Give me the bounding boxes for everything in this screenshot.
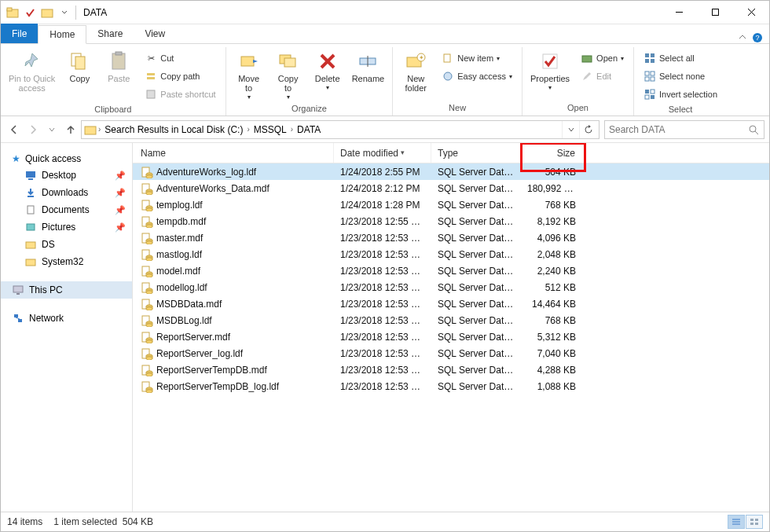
- column-header-name[interactable]: Name: [133, 143, 334, 163]
- file-row[interactable]: tempdb.mdf1/23/2018 12:55 PMSQL Server D…: [133, 213, 769, 229]
- file-row[interactable]: mastlog.ldf1/23/2018 12:53 PMSQL Server …: [133, 246, 769, 262]
- sidebar-desktop[interactable]: Desktop📌: [1, 167, 132, 184]
- sidebar-documents[interactable]: Documents📌: [1, 201, 132, 218]
- rename-button[interactable]: Rename: [349, 49, 388, 85]
- file-size: 5,312 KB: [521, 332, 585, 343]
- up-button[interactable]: [62, 121, 79, 138]
- tab-view[interactable]: View: [134, 24, 176, 43]
- file-row[interactable]: MSDBLog.ldf1/23/2018 12:53 PMSQL Server …: [133, 312, 769, 328]
- file-date: 1/24/2018 2:12 PM: [334, 183, 431, 194]
- breadcrumb-data[interactable]: DATA: [295, 124, 323, 135]
- column-header-size[interactable]: Size: [521, 143, 585, 163]
- file-type: SQL Server Databa...: [431, 299, 521, 310]
- paste-shortcut-button[interactable]: Paste shortcut: [143, 86, 217, 102]
- file-row[interactable]: MSDBData.mdf1/23/2018 12:53 PMSQL Server…: [133, 295, 769, 312]
- properties-button[interactable]: Properties▾: [527, 49, 573, 94]
- easy-access-button[interactable]: Easy access ▾: [440, 68, 514, 84]
- edit-button[interactable]: Edit: [579, 68, 625, 84]
- svg-rect-53: [16, 293, 20, 295]
- large-icons-view-button[interactable]: [746, 515, 763, 529]
- network-icon: [12, 312, 24, 325]
- file-date: 1/23/2018 12:53 PM: [334, 315, 431, 326]
- copy-to-button[interactable]: Copy to▾: [270, 49, 306, 103]
- forward-button[interactable]: [24, 121, 42, 138]
- column-header-type[interactable]: Type: [431, 143, 521, 163]
- file-type: SQL Server Databa...: [431, 266, 521, 277]
- file-row[interactable]: ReportServer.mdf1/23/2018 12:53 PMSQL Se…: [133, 328, 769, 345]
- open-button[interactable]: Open ▾: [579, 50, 625, 66]
- file-row[interactable]: ReportServerTempDB.mdf1/23/2018 12:53 PM…: [133, 361, 769, 378]
- column-header-date[interactable]: Date modified▾: [334, 143, 431, 163]
- invert-selection-button[interactable]: Invert selection: [642, 86, 719, 102]
- maximize-button[interactable]: [697, 1, 733, 24]
- svg-rect-2: [42, 9, 53, 17]
- title-bar: DATA: [1, 1, 769, 24]
- file-type: SQL Server Databa...: [431, 332, 521, 343]
- edit-icon: [581, 70, 593, 83]
- new-item-button[interactable]: New item ▾: [440, 50, 514, 66]
- file-row[interactable]: modellog.ldf1/23/2018 12:53 PMSQL Server…: [133, 279, 769, 295]
- details-view-button[interactable]: [728, 515, 745, 529]
- rename-icon: [357, 50, 379, 72]
- paste-button[interactable]: Paste: [101, 49, 137, 85]
- quick-access-dropdown-icon[interactable]: [57, 5, 72, 20]
- file-date: 1/23/2018 12:53 PM: [334, 233, 431, 244]
- select-none-button[interactable]: Select none: [642, 68, 719, 84]
- breadcrumb-mssql[interactable]: MSSQL: [251, 124, 289, 135]
- copy-button[interactable]: Copy: [61, 49, 97, 85]
- ribbon-group-new: New: [398, 102, 517, 114]
- sidebar-this-pc[interactable]: This PC: [1, 281, 132, 299]
- search-input[interactable]: [609, 124, 747, 135]
- file-row[interactable]: templog.ldf1/24/2018 1:28 PMSQL Server D…: [133, 196, 769, 213]
- file-row[interactable]: ReportServer_log.ldf1/23/2018 12:53 PMSQ…: [133, 345, 769, 361]
- file-name: ReportServer_log.ldf: [156, 348, 243, 359]
- shortcut-icon: [145, 88, 157, 101]
- move-to-button[interactable]: Move to▾: [231, 49, 267, 103]
- sidebar-system32[interactable]: System32: [1, 253, 132, 270]
- sidebar-network[interactable]: Network: [1, 310, 132, 327]
- pictures-icon: [24, 221, 37, 233]
- file-date: 1/23/2018 12:53 PM: [334, 332, 431, 343]
- file-rows: AdventureWorks_log.ldf1/24/2018 2:55 PMS…: [133, 163, 769, 512]
- file-row[interactable]: AdventureWorks_Data.mdf1/24/2018 2:12 PM…: [133, 180, 769, 196]
- properties-quick-icon[interactable]: [22, 5, 38, 20]
- sidebar-ds[interactable]: DS: [1, 236, 132, 253]
- ribbon-expand-icon[interactable]: [738, 33, 747, 42]
- file-row[interactable]: ReportServerTempDB_log.ldf1/23/2018 12:5…: [133, 378, 769, 394]
- file-date: 1/23/2018 12:53 PM: [334, 348, 431, 359]
- file-date: 1/23/2018 12:53 PM: [334, 365, 431, 376]
- search-box[interactable]: [604, 120, 764, 139]
- help-icon[interactable]: ?: [752, 32, 763, 43]
- file-name: mastlog.ldf: [156, 249, 202, 260]
- close-button[interactable]: [733, 1, 769, 24]
- nav-pane: ★Quick access Desktop📌 Downloads📌 Docume…: [1, 143, 133, 512]
- file-row[interactable]: master.mdf1/23/2018 12:53 PMSQL Server D…: [133, 229, 769, 246]
- recent-dropdown-icon[interactable]: [43, 121, 60, 138]
- search-icon[interactable]: [747, 123, 760, 136]
- tab-share[interactable]: Share: [86, 24, 134, 43]
- folder-open-icon: [39, 5, 55, 20]
- address-bar[interactable]: › Search Results in Local Disk (C:) › MS…: [81, 120, 600, 139]
- new-folder-button[interactable]: ✦ New folder: [398, 49, 434, 94]
- svg-rect-39: [651, 95, 654, 99]
- file-row[interactable]: AdventureWorks_log.ldf1/24/2018 2:55 PMS…: [133, 163, 769, 180]
- minimize-button[interactable]: [661, 1, 697, 24]
- db-file-icon: [141, 331, 153, 343]
- select-all-button[interactable]: Select all: [642, 50, 719, 66]
- cut-button[interactable]: ✂Cut: [143, 50, 217, 66]
- tab-home[interactable]: Home: [38, 25, 86, 44]
- svg-rect-42: [85, 127, 96, 134]
- back-button[interactable]: [6, 121, 23, 138]
- file-menu[interactable]: File: [1, 24, 38, 43]
- address-dropdown-icon[interactable]: [562, 121, 579, 138]
- db-file-icon: [141, 182, 153, 195]
- refresh-button[interactable]: [579, 121, 596, 138]
- delete-button[interactable]: Delete▾: [310, 49, 346, 94]
- sidebar-quick-access[interactable]: ★Quick access: [1, 151, 132, 167]
- sidebar-downloads[interactable]: Downloads📌: [1, 184, 132, 201]
- pin-to-quick-access-button[interactable]: Pin to Quick access: [6, 49, 58, 94]
- sidebar-pictures[interactable]: Pictures📌: [1, 218, 132, 236]
- breadcrumb-root[interactable]: Search Results in Local Disk (C:): [102, 124, 245, 135]
- file-row[interactable]: model.mdf1/23/2018 12:53 PMSQL Server Da…: [133, 262, 769, 279]
- copy-path-button[interactable]: Copy path: [143, 68, 217, 84]
